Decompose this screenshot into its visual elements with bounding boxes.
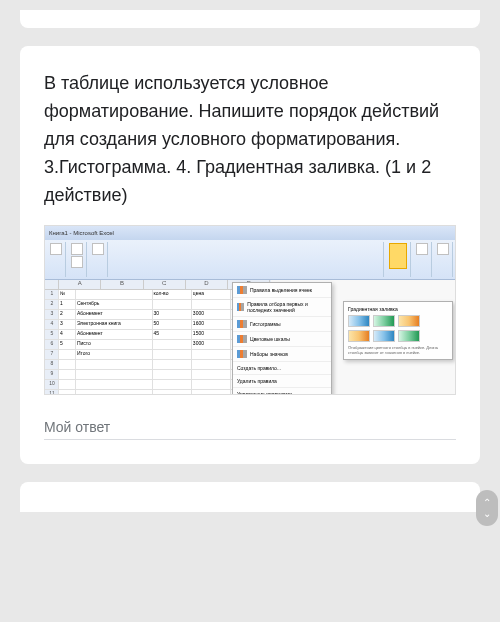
menu-item: Цветовые шкалы	[233, 332, 331, 347]
excel-ribbon	[45, 240, 455, 280]
gradient-swatch	[398, 315, 420, 327]
histogram-icon	[237, 320, 247, 328]
menu-item: Правила отбора первых и последних значен…	[233, 298, 331, 317]
conditional-format-button	[389, 243, 407, 269]
gradient-swatch	[348, 315, 370, 327]
gradient-swatch	[348, 330, 370, 342]
menu-item: Создать правило...	[233, 362, 331, 375]
menu-item: Наборы значков	[233, 347, 331, 362]
bold-icon	[71, 256, 83, 268]
next-card-top	[20, 482, 480, 512]
scroll-handle[interactable]: ⌃ ⌄	[476, 490, 498, 526]
answer-input[interactable]	[44, 415, 456, 440]
top-bottom-icon	[237, 303, 244, 311]
menu-item: Правила выделения ячеек	[233, 283, 331, 298]
question-card: В таблице используется условное форматир…	[20, 46, 480, 464]
conditional-format-menu: Правила выделения ячеек Правила отбора п…	[232, 282, 332, 395]
chevron-up-icon: ⌃	[483, 497, 491, 508]
question-text: В таблице используется условное форматир…	[44, 70, 456, 209]
submenu-title: Градиентная заливка	[348, 306, 448, 312]
icon-set-icon	[237, 350, 247, 358]
chevron-down-icon: ⌄	[483, 508, 491, 519]
rules-icon	[237, 286, 247, 294]
align-icon	[92, 243, 104, 255]
excel-screenshot: Книга1 - Microsoft Excel A B C D E 1№	[44, 225, 456, 395]
gradient-swatch	[398, 330, 420, 342]
excel-titlebar: Книга1 - Microsoft Excel	[45, 226, 455, 240]
insert-icon	[416, 243, 428, 255]
gradient-swatch	[373, 315, 395, 327]
menu-item: Удалить правила	[233, 375, 331, 388]
font-icon	[71, 243, 83, 255]
menu-item-histogram: Гистограммы	[233, 317, 331, 332]
gradient-fill-submenu: Градиентная заливка Отображение цветного…	[343, 301, 453, 360]
color-scale-icon	[237, 335, 247, 343]
menu-item: Управление правилами...	[233, 388, 331, 395]
excel-title: Книга1 - Microsoft Excel	[49, 230, 114, 236]
gradient-swatch	[373, 330, 395, 342]
previous-card-bottom	[20, 10, 480, 28]
submenu-footer: Отображение цветного столбца в ячейке. Д…	[348, 345, 448, 355]
paste-icon	[50, 243, 62, 255]
sort-icon	[437, 243, 449, 255]
